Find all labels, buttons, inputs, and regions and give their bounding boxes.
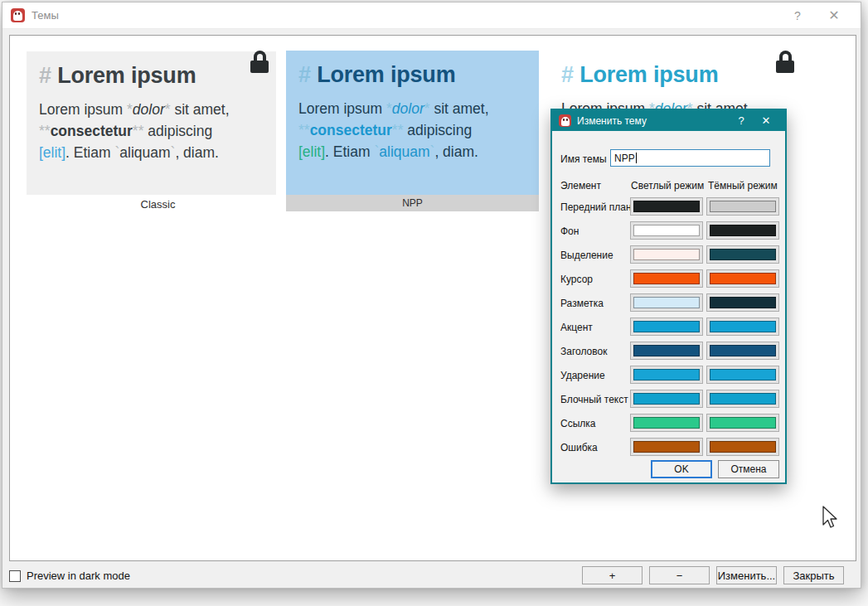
dark-mode-toggle[interactable]: Preview in dark mode	[9, 570, 130, 582]
color-fill	[710, 393, 776, 405]
color-row: Выделение	[552, 243, 785, 267]
color-row-label: Ссылка	[560, 418, 595, 429]
color-fill	[633, 225, 700, 236]
color-rows: Передний планФонВыделениеКурсорРазметкаА…	[552, 195, 785, 459]
md-token-text: , diam.	[175, 144, 219, 161]
dialog-title: Изменить тему	[577, 115, 729, 127]
color-fill	[710, 369, 776, 381]
color-row: Передний план	[552, 195, 785, 219]
md-token-text: . Etiam	[325, 143, 374, 160]
light-color-swatch-button[interactable]	[630, 221, 703, 240]
mouse-cursor	[820, 505, 838, 530]
light-color-swatch-button[interactable]	[630, 318, 703, 336]
theme-name-strip[interactable]: NPP	[286, 195, 539, 211]
md-token-code: aliquam	[379, 143, 429, 160]
lock-icon	[250, 51, 269, 72]
color-row-label: Фон	[560, 225, 579, 237]
cancel-button[interactable]: Отмена	[718, 460, 779, 478]
color-row-label: Заголовок	[560, 346, 607, 357]
add-theme-button[interactable]: +	[582, 566, 643, 584]
ok-button[interactable]: OK	[651, 460, 712, 478]
color-fill	[633, 297, 700, 308]
light-color-swatch-button[interactable]	[630, 390, 703, 408]
color-fill	[710, 441, 776, 453]
md-token-text: adipiscing	[403, 122, 472, 138]
md-token-syntax: *	[424, 100, 430, 117]
md-heading-text: Lorem ipsum	[57, 63, 196, 88]
color-row-label: Выделение	[560, 250, 613, 261]
header-light-mode: Светлый режим	[631, 180, 704, 191]
md-token-text: Lorem ipsum	[298, 100, 386, 117]
dark-color-swatch-button[interactable]	[706, 366, 779, 384]
theme-name-input[interactable]: NPP	[610, 149, 770, 167]
window-titlebar: Темы ? ✕	[2, 2, 861, 29]
color-row-label: Курсор	[560, 274, 593, 285]
md-token-em: dolor	[133, 101, 165, 118]
md-token-syntax: **	[133, 123, 144, 139]
theme-card-classic[interactable]: # Lorem ipsum Lorem ipsum *dolor* sit am…	[27, 51, 276, 195]
color-fill	[710, 273, 776, 284]
color-row-label: Разметка	[560, 298, 604, 309]
close-themes-button[interactable]: Закрыть	[783, 566, 844, 584]
color-fill	[710, 345, 776, 356]
edit-theme-button[interactable]: Изменить...	[716, 566, 777, 584]
color-fill	[710, 321, 776, 332]
header-element: Элемент	[560, 180, 601, 191]
md-heading-text: Lorem ipsum	[317, 62, 455, 87]
color-row: Разметка	[552, 291, 785, 315]
color-row: Курсор	[552, 267, 785, 291]
theme-name-field-label: Имя темы	[560, 153, 607, 165]
dark-color-swatch-button[interactable]	[706, 342, 779, 360]
light-color-swatch-button[interactable]	[630, 197, 703, 216]
dark-color-swatch-button[interactable]	[706, 269, 779, 288]
md-token-text: adipiscing	[143, 123, 212, 139]
md-token-text: sit amet,	[171, 101, 230, 118]
md-token-text: . Etiam	[65, 144, 114, 161]
color-fill	[633, 369, 700, 381]
help-button[interactable]: ?	[779, 3, 816, 28]
light-color-swatch-button[interactable]	[630, 293, 703, 312]
color-fill	[710, 249, 776, 260]
color-fill	[633, 321, 700, 332]
color-fill	[710, 297, 776, 308]
dark-color-swatch-button[interactable]	[706, 245, 779, 264]
color-row-label: Ошибка	[560, 442, 598, 453]
dark-color-swatch-button[interactable]	[706, 438, 779, 456]
dark-color-swatch-button[interactable]	[706, 293, 779, 312]
close-icon[interactable]: ✕	[816, 3, 852, 28]
dialog-close-icon[interactable]: ✕	[754, 111, 778, 130]
app-icon	[559, 114, 571, 127]
text-caret	[636, 153, 637, 163]
dark-mode-label: Preview in dark mode	[27, 570, 130, 582]
dark-color-swatch-button[interactable]	[706, 197, 779, 216]
light-color-swatch-button[interactable]	[630, 366, 703, 384]
theme-name-label: Classic	[33, 198, 283, 211]
color-row: Блочный текст	[552, 387, 785, 411]
color-fill	[633, 345, 700, 356]
md-token-syntax: *	[165, 101, 171, 118]
dark-color-swatch-button[interactable]	[706, 390, 779, 408]
color-fill	[633, 273, 700, 284]
light-color-swatch-button[interactable]	[630, 245, 703, 264]
md-token-syntax: **	[392, 122, 404, 138]
color-row: Акцент	[552, 315, 785, 339]
dialog-titlebar: Изменить тему ? ✕	[552, 110, 785, 131]
md-token-em: dolor	[392, 100, 424, 117]
color-fill	[710, 225, 776, 236]
remove-theme-button[interactable]: −	[649, 566, 710, 584]
light-color-swatch-button[interactable]	[630, 269, 703, 288]
light-color-swatch-button[interactable]	[630, 342, 703, 360]
dark-color-swatch-button[interactable]	[706, 414, 779, 432]
dark-mode-checkbox[interactable]	[9, 570, 21, 582]
light-color-swatch-button[interactable]	[630, 438, 703, 456]
lock-icon	[775, 51, 795, 72]
dialog-help-button[interactable]: ?	[729, 111, 754, 130]
md-token-hash: #	[39, 63, 57, 88]
light-color-swatch-button[interactable]	[630, 414, 703, 432]
md-token-syntax: *	[127, 101, 133, 118]
dark-color-swatch-button[interactable]	[706, 221, 779, 240]
theme-card-npp[interactable]: # Lorem ipsum Lorem ipsum *dolor* sit am…	[286, 51, 539, 195]
md-token-link: [elit]	[298, 143, 325, 160]
color-row-label: Передний план	[560, 201, 632, 213]
dark-color-swatch-button[interactable]	[706, 318, 779, 336]
